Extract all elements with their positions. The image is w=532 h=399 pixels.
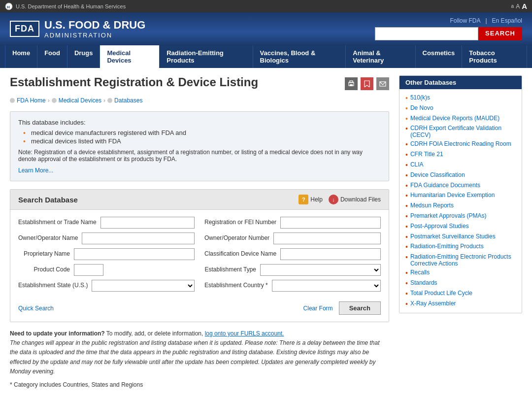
sidebar-item-5[interactable]: •CFR Title 21 bbox=[405, 150, 516, 160]
product-code-label: Product Code bbox=[18, 266, 70, 274]
proprietary-field: Proprietary Name bbox=[18, 248, 195, 260]
nav-cosmetics[interactable]: Cosmetics bbox=[416, 45, 463, 68]
establishment-input[interactable] bbox=[100, 217, 195, 229]
bookmark-button[interactable] bbox=[361, 77, 373, 90]
nav-vaccines[interactable]: Vaccines, Blood & Biologics bbox=[253, 45, 346, 68]
sidebar-link-1[interactable]: De Novo bbox=[410, 104, 433, 111]
learn-more-link[interactable]: Learn More... bbox=[18, 167, 53, 174]
nav-tobacco[interactable]: Tobacco Products bbox=[462, 45, 527, 68]
nav-bar: Home Food Drugs Medical Devices Radiatio… bbox=[0, 45, 532, 68]
download-icon: ↓ bbox=[329, 195, 338, 204]
agency-name: U.S. Department of Health & Human Servic… bbox=[16, 3, 126, 9]
sidebar-link-8[interactable]: FDA Guidance Documents bbox=[410, 182, 480, 189]
sidebar-link-4[interactable]: CDRH FOIA Electronic Reading Room bbox=[410, 140, 511, 147]
quick-search-link[interactable]: Quick Search bbox=[18, 305, 54, 312]
sidebar-item-14[interactable]: •Radiation-Emitting Products bbox=[405, 242, 516, 252]
search-button[interactable]: Search bbox=[339, 301, 381, 315]
nav-animal[interactable]: Animal & Veterinary bbox=[346, 45, 415, 68]
establishment-type-select[interactable] bbox=[260, 264, 381, 276]
establishment-country-select[interactable] bbox=[272, 280, 381, 292]
download-link[interactable]: ↓ Download Files bbox=[329, 195, 381, 204]
sidebar-item-19[interactable]: •X-Ray Assembler bbox=[405, 299, 516, 309]
sidebar-item-9[interactable]: •Humanitarian Device Exemption bbox=[405, 191, 516, 201]
registration-input[interactable] bbox=[280, 217, 381, 229]
email-button[interactable] bbox=[376, 77, 389, 90]
sidebar-link-19[interactable]: X-Ray Assembler bbox=[410, 300, 456, 307]
classification-input[interactable] bbox=[280, 248, 381, 260]
fda-title: U.S. FOOD & DRUG ADMINISTRATION bbox=[44, 19, 145, 39]
sidebar-item-3[interactable]: •CDRH Export Certificate Validation (CEC… bbox=[405, 124, 516, 139]
owner-operator-input[interactable] bbox=[82, 233, 195, 244]
sidebar-item-1[interactable]: •De Novo bbox=[405, 103, 516, 114]
sidebar-item-2[interactable]: •Medical Device Reports (MAUDE) bbox=[405, 114, 516, 124]
nav-home[interactable]: Home bbox=[5, 45, 37, 68]
sidebar-link-5[interactable]: CFR Title 21 bbox=[410, 151, 443, 158]
sidebar-item-11[interactable]: •Premarket Approvals (PMAs) bbox=[405, 211, 516, 222]
header-search-input[interactable] bbox=[375, 27, 478, 40]
sidebar-link-2[interactable]: Medical Device Reports (MAUDE) bbox=[410, 115, 499, 122]
nav-food[interactable]: Food bbox=[37, 45, 67, 68]
font-small[interactable]: a bbox=[511, 3, 514, 9]
header-search[interactable]: SEARCH bbox=[375, 27, 522, 40]
owner-operator-number-input[interactable] bbox=[273, 233, 381, 244]
sidebar-link-15[interactable]: Radiation-Emitting Electronic Products C… bbox=[410, 253, 516, 267]
info-item-2: medical devices listed with FDA bbox=[23, 137, 381, 145]
sidebar-item-15[interactable]: •Radiation-Emitting Electronic Products … bbox=[405, 252, 516, 268]
brand-line2: ADMINISTRATION bbox=[44, 32, 145, 39]
sidebar-item-17[interactable]: •Standards bbox=[405, 278, 516, 289]
breadcrumb-fda-home[interactable]: FDA Home bbox=[17, 97, 46, 104]
sidebar-link-14[interactable]: Radiation-Emitting Products bbox=[410, 243, 484, 250]
sidebar-link-17[interactable]: Standards bbox=[410, 279, 437, 286]
furls-link[interactable]: log onto your FURLS account. bbox=[205, 330, 284, 337]
sidebar-link-10[interactable]: Medsun Reports bbox=[410, 202, 454, 209]
sidebar-item-7[interactable]: •Device Classification bbox=[405, 170, 516, 181]
product-code-field: Product Code bbox=[18, 264, 195, 276]
sidebar-item-4[interactable]: •CDRH FOIA Electronic Reading Room bbox=[405, 139, 516, 150]
sidebar-link-13[interactable]: Postmarket Surveillance Studies bbox=[410, 233, 496, 240]
sidebar-item-13[interactable]: •Postmarket Surveillance Studies bbox=[405, 232, 516, 242]
page-title: Establishment Registration & Device List… bbox=[10, 75, 258, 89]
sidebar-link-9[interactable]: Humanitarian Device Exemption bbox=[410, 192, 495, 199]
establishment-field: Establishment or Trade Name bbox=[18, 217, 195, 229]
download-label: Download Files bbox=[340, 196, 381, 203]
help-icon: ? bbox=[299, 195, 308, 204]
nav-radiation[interactable]: Radiation-Emitting Products bbox=[160, 45, 253, 68]
sidebar-item-12[interactable]: •Post-Approval Studies bbox=[405, 222, 516, 232]
header-search-button[interactable]: SEARCH bbox=[478, 27, 522, 40]
font-controls[interactable]: a A A bbox=[511, 2, 527, 10]
sidebar-item-6[interactable]: •CLIA bbox=[405, 160, 516, 170]
sidebar-item-10[interactable]: •Medsun Reports bbox=[405, 201, 516, 211]
top-bar: H U.S. Department of Health & Human Serv… bbox=[0, 0, 532, 12]
help-link[interactable]: ? Help bbox=[299, 195, 323, 204]
sidebar-bullet-13: • bbox=[405, 233, 408, 241]
sidebar-link-7[interactable]: Device Classification bbox=[410, 171, 465, 178]
follow-fda-link[interactable]: Follow FDA bbox=[450, 17, 480, 24]
nav-drugs[interactable]: Drugs bbox=[67, 45, 100, 68]
sidebar-link-12[interactable]: Post-Approval Studies bbox=[410, 223, 469, 230]
sidebar-item-16[interactable]: •Recalls bbox=[405, 268, 516, 278]
proprietary-input[interactable] bbox=[74, 248, 195, 260]
breadcrumb-medical-devices[interactable]: Medical Devices bbox=[59, 97, 101, 104]
info-list: medical device manufacturers registered … bbox=[23, 129, 381, 145]
sidebar-link-3[interactable]: CDRH Export Certificate Validation (CECV… bbox=[410, 125, 516, 138]
breadcrumb-databases[interactable]: Databases bbox=[114, 97, 142, 104]
sidebar-item-0[interactable]: •510(k)s bbox=[405, 93, 516, 103]
registration-field: Registration or FEI Number bbox=[204, 217, 381, 229]
establishment-state-select[interactable] bbox=[92, 280, 195, 292]
product-code-input[interactable] bbox=[74, 264, 103, 276]
nav-medical-devices[interactable]: Medical Devices bbox=[100, 45, 160, 68]
clear-form-link[interactable]: Clear Form bbox=[303, 305, 333, 312]
font-large[interactable]: A bbox=[522, 2, 527, 10]
sidebar-link-16[interactable]: Recalls bbox=[410, 269, 430, 276]
owner-operator-label: Owner/Operator Name bbox=[18, 234, 78, 242]
sidebar-link-11[interactable]: Premarket Approvals (PMAs) bbox=[410, 212, 487, 219]
sidebar-bullet-9: • bbox=[405, 192, 408, 200]
font-medium[interactable]: A bbox=[516, 3, 520, 10]
print-button[interactable] bbox=[345, 77, 358, 90]
sidebar-link-6[interactable]: CLIA bbox=[410, 161, 424, 168]
sidebar-link-18[interactable]: Total Product Life Cycle bbox=[410, 290, 472, 297]
en-espanol-link[interactable]: En Español bbox=[492, 17, 522, 24]
sidebar-link-0[interactable]: 510(k)s bbox=[410, 94, 430, 101]
sidebar-item-18[interactable]: •Total Product Life Cycle bbox=[405, 289, 516, 299]
sidebar-item-8[interactable]: •FDA Guidance Documents bbox=[405, 181, 516, 191]
